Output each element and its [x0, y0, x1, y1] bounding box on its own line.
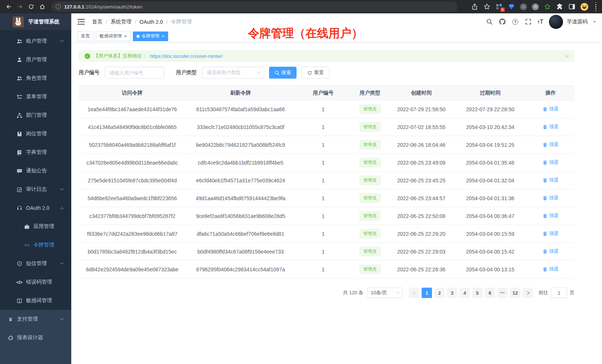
sidebar-item-badge[interactable]: 岗位管理	[0, 125, 71, 143]
prev-page-button[interactable]	[409, 288, 419, 298]
user-id-cell: 1	[295, 136, 351, 154]
tag-active[interactable]: 令牌管理×	[133, 32, 169, 41]
user-type-badge: 管理员	[360, 265, 380, 274]
force-logout-button[interactable]: 强退	[543, 248, 559, 255]
extension-command-icon[interactable]: ⌘	[520, 3, 527, 10]
user-id-cell: 1	[295, 243, 351, 261]
sidebar-item-label: 部门管理	[26, 112, 47, 119]
alert-close-icon[interactable]: ×	[565, 53, 569, 59]
share-icon[interactable]	[471, 3, 478, 10]
sidebar-item-log[interactable]: 审计日志	[0, 180, 71, 199]
tags-view: 首页敏感词管理×令牌管理×	[71, 30, 602, 43]
chevron-down-icon	[60, 38, 64, 42]
sidebar-item-dict[interactable]: 字典管理	[0, 143, 71, 162]
extensions-puzzle-icon[interactable]	[556, 3, 563, 10]
fullscreen-icon[interactable]	[524, 18, 532, 26]
sidebar-item-people[interactable]: 角色管理	[0, 69, 71, 87]
site-info-icon[interactable]: i	[56, 4, 61, 9]
user-type-select[interactable]: 请选择用户类型	[202, 67, 264, 79]
font-size-icon[interactable]: TT	[537, 19, 543, 25]
report-icon	[7, 335, 13, 341]
extension-record-icon[interactable]	[532, 3, 539, 10]
breadcrumb-item[interactable]: 系统管理	[111, 19, 131, 25]
page-button-12[interactable]: 12	[510, 288, 520, 298]
breadcrumb-item[interactable]: 首页	[92, 19, 102, 25]
sidebar-item-report[interactable]: 报表设计器	[0, 328, 71, 347]
side-panel-icon[interactable]	[568, 3, 576, 10]
tag-close-icon[interactable]: ×	[124, 34, 127, 39]
force-logout-button[interactable]: 强退	[543, 230, 559, 237]
help-icon[interactable]: ?	[511, 18, 519, 26]
force-logout-button[interactable]: 强退	[543, 141, 559, 148]
sidebar-item-tree[interactable]: 菜单管理	[0, 87, 71, 106]
browser-back-icon[interactable]	[4, 1, 14, 12]
caret-down-icon[interactable]	[593, 21, 596, 24]
expire-time-cell: 2054-03-04 01:32:04	[454, 172, 527, 189]
github-icon[interactable]	[498, 18, 506, 26]
hamburger-icon[interactable]	[77, 19, 85, 25]
access-token-cell: 6d842e2924594de9a09e45e087323abe	[79, 261, 186, 278]
user-type-badge: 管理员	[360, 140, 380, 149]
force-logout-button[interactable]: 强退	[543, 177, 559, 183]
user-type-cell: 管理员	[351, 172, 389, 189]
force-logout-button[interactable]: 强退	[543, 195, 559, 201]
page-button-5[interactable]: 5	[472, 288, 482, 298]
tag-label: 首页	[81, 33, 90, 39]
tag-close-icon[interactable]: ×	[162, 34, 165, 39]
alert-doc-link[interactable]: https://doc.iocoder.cn/user-center/	[150, 53, 223, 59]
bookmark-star-icon[interactable]	[483, 3, 491, 10]
message-icon	[16, 168, 22, 174]
extension-star-icon[interactable]	[544, 3, 551, 10]
browser-home-icon[interactable]	[37, 1, 48, 12]
tag-item[interactable]: 首页	[77, 32, 94, 41]
sidebar-item-sms[interactable]: 短信管理	[0, 254, 71, 273]
goto-page-input[interactable]	[551, 288, 567, 298]
sidebar-item-oauth[interactable]: OAuth 2.0	[0, 199, 71, 217]
extension-gem-icon[interactable]	[508, 3, 515, 10]
trash-icon	[543, 178, 547, 183]
sidebar-item-sitemap[interactable]: 部门管理	[0, 106, 71, 125]
sidebar-item-code[interactable]: </>错误码管理	[0, 273, 71, 291]
table-row: c342377bf8b344799dcbf7bf095287f29ce8ef2a…	[79, 207, 575, 225]
page-button-6[interactable]: 6	[485, 288, 495, 298]
access-token-cell: 275e5de9151045fe87cbdc395e004f4d	[79, 172, 186, 189]
search-icon[interactable]	[485, 18, 493, 26]
create-time-cell: 2022-06-25 23:49:09	[389, 154, 454, 172]
force-logout-button[interactable]: 强退	[543, 123, 559, 130]
action-cell: 强退	[527, 243, 575, 261]
page-button-3[interactable]: 3	[447, 288, 457, 298]
browser-reload-icon[interactable]	[26, 1, 36, 12]
search-button[interactable]: 搜索	[269, 67, 297, 79]
breadcrumb-item[interactable]: OAuth 2.0	[140, 19, 163, 25]
tag-item[interactable]: 敏感词管理×	[96, 32, 131, 41]
page-button-2[interactable]: 2	[434, 288, 445, 298]
sidebar-item-book[interactable]: 敏感词管理	[0, 291, 71, 310]
sidebar-item-app[interactable]: 应用管理	[0, 217, 71, 236]
app-logo-bar[interactable]: 芋道管理系统	[0, 13, 71, 30]
user-avatar[interactable]	[549, 15, 563, 29]
user-id-input[interactable]	[105, 67, 164, 79]
profile-avatar-icon[interactable]	[580, 3, 588, 11]
sidebar-item-token[interactable]: 令牌管理	[0, 236, 71, 254]
force-logout-button[interactable]: 强退	[543, 212, 559, 219]
sidebar-item-pay[interactable]: ¥支付管理	[0, 310, 71, 328]
page-button-1[interactable]: 1	[422, 288, 432, 298]
force-logout-button[interactable]: 强退	[543, 106, 559, 112]
page-more-button[interactable]: •••	[497, 288, 508, 298]
force-logout-button[interactable]: 强退	[543, 266, 559, 272]
browser-menu-icon[interactable]: ⋮⋮⋮	[593, 3, 598, 10]
column-header: 刷新令牌	[186, 86, 295, 100]
address-bar[interactable]: i 127.0.0.1:1024/system/oauth2/token	[51, 1, 458, 12]
goto-page: 前往 页	[539, 288, 575, 298]
browser-forward-icon[interactable]	[15, 1, 25, 12]
user-type-cell: 管理员	[351, 261, 389, 278]
sidebar-item-person[interactable]: 用户管理	[0, 50, 71, 69]
force-logout-button[interactable]: 强退	[543, 159, 559, 166]
next-page-button[interactable]	[523, 288, 533, 298]
sidebar-item-message[interactable]: 通知公告	[0, 162, 71, 180]
page-size-select[interactable]: 10条/页	[367, 288, 403, 298]
sidebar-item-people[interactable]: 租户管理	[0, 32, 71, 50]
extension-grid-icon[interactable]: 9	[495, 3, 503, 10]
reset-button[interactable]: 重置	[301, 67, 330, 79]
page-button-4[interactable]: 4	[459, 288, 470, 298]
